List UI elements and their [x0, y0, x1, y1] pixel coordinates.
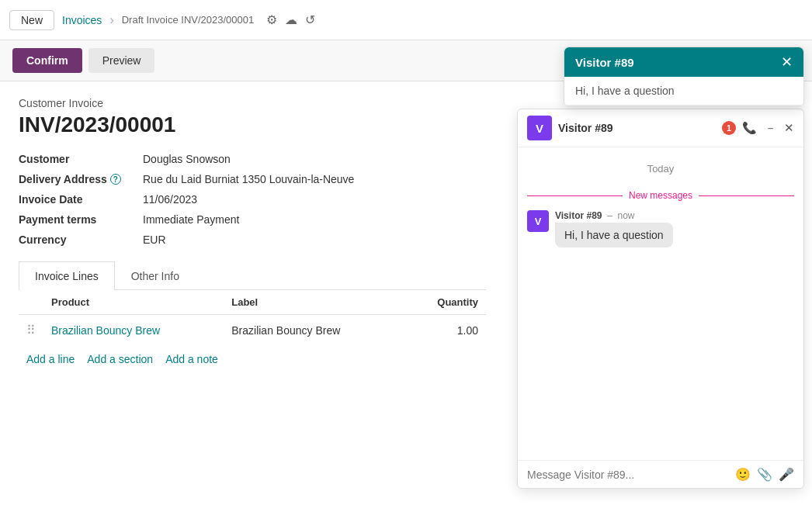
- col-drag: [19, 290, 43, 315]
- chat-window: V Visitor #89 1 📞 － ✕ Today New messages…: [517, 109, 804, 489]
- invoice-number: INV/2023/00001: [19, 112, 486, 137]
- delivery-address-label: Delivery Address ?: [19, 173, 143, 185]
- message-avatar: V: [527, 210, 549, 232]
- quantity-cell: 1.00: [404, 315, 486, 346]
- col-quantity: Quantity: [404, 290, 486, 315]
- new-messages-line-left: [527, 195, 623, 196]
- chat-popup: Visitor #89 ✕ Hi, I have a question: [564, 47, 804, 106]
- breadcrumb-separator: ›: [109, 13, 113, 27]
- phone-icon[interactable]: 📞: [742, 121, 757, 135]
- chat-input-area: 🙂 📎 🎤: [518, 460, 803, 488]
- chat-header-icons: 📞 － ✕: [742, 121, 794, 136]
- new-messages-label: New messages: [629, 190, 692, 201]
- add-note-link[interactable]: Add a note: [165, 353, 218, 365]
- preview-button[interactable]: Preview: [88, 48, 155, 73]
- chat-visitor-name: Visitor #89: [558, 122, 716, 134]
- chat-messages: Today New messages V Visitor #89 – now H…: [518, 147, 803, 460]
- visitor-avatar: V: [527, 116, 552, 140]
- settings-icon[interactable]: ⚙: [266, 12, 277, 27]
- customer-field: Customer Douglas Snowson: [19, 153, 486, 165]
- chat-popup-close-icon[interactable]: ✕: [781, 55, 793, 69]
- label-cell: Brazilian Bouncy Brew: [224, 315, 404, 346]
- tab-other-info[interactable]: Other Info: [115, 261, 196, 290]
- minimize-icon[interactable]: －: [765, 121, 776, 136]
- chat-date-divider: Today: [527, 163, 794, 175]
- payment-terms-label: Payment terms: [19, 213, 143, 226]
- chat-message-row: V Visitor #89 – now Hi, I have a questio…: [527, 210, 794, 247]
- top-bar: New Invoices › Draft Invoice INV/2023/00…: [0, 0, 812, 40]
- payment-terms-value[interactable]: Immediate Payment: [143, 213, 240, 226]
- attachment-icon[interactable]: 📎: [757, 467, 772, 482]
- col-label: Label: [224, 290, 404, 315]
- invoice-table: Product Label Quantity ⠿ Brazilian Bounc…: [19, 290, 486, 345]
- breadcrumb-invoices-link[interactable]: Invoices: [62, 14, 102, 26]
- chat-popup-preview: Hi, I have a question: [564, 77, 803, 105]
- invoice-date-value[interactable]: 11/06/2023: [143, 193, 197, 206]
- voice-icon[interactable]: 🎤: [779, 467, 794, 482]
- chat-popup-title: Visitor #89: [575, 56, 634, 69]
- delivery-address-value[interactable]: Rue du Laid Burniat 1350 Louvain-la-Neuv…: [143, 173, 354, 185]
- new-button[interactable]: New: [9, 10, 54, 30]
- invoice-content: Customer Invoice INV/2023/00001 Customer…: [0, 81, 505, 389]
- tab-invoice-lines[interactable]: Invoice Lines: [19, 261, 115, 290]
- help-icon[interactable]: ?: [110, 174, 121, 185]
- chat-badge: 1: [722, 121, 736, 135]
- message-bubble: Hi, I have a question: [555, 223, 673, 247]
- currency-label: Currency: [19, 233, 143, 246]
- message-time: now: [618, 210, 635, 221]
- currency-field: Currency EUR: [19, 233, 486, 246]
- product-link[interactable]: Brazilian Bouncy Brew: [51, 324, 160, 337]
- currency-value[interactable]: EUR: [143, 233, 166, 246]
- invoice-date-field: Invoice Date 11/06/2023: [19, 193, 486, 206]
- breadcrumb-current: Draft Invoice INV/2023/00001: [122, 14, 255, 26]
- message-content: Visitor #89 – now Hi, I have a question: [555, 210, 673, 247]
- col-product: Product: [43, 290, 224, 315]
- customer-value[interactable]: Douglas Snowson: [143, 153, 231, 165]
- close-chat-icon[interactable]: ✕: [784, 121, 794, 135]
- chat-popup-header: Visitor #89 ✕: [564, 47, 803, 77]
- emoji-icon[interactable]: 🙂: [735, 467, 751, 482]
- upload-icon[interactable]: ☁: [285, 12, 297, 27]
- invoice-tabs: Invoice Lines Other Info: [19, 261, 486, 290]
- chat-window-header: V Visitor #89 1 📞 － ✕: [518, 109, 803, 147]
- customer-label: Customer: [19, 153, 143, 165]
- table-actions: Add a line Add a section Add a note: [19, 345, 486, 373]
- invoice-type: Customer Invoice: [19, 97, 486, 109]
- chat-input-icons: 🙂 📎 🎤: [735, 467, 794, 482]
- message-sender: Visitor #89: [555, 210, 602, 221]
- message-meta: Visitor #89 – now: [555, 210, 673, 221]
- payment-terms-field: Payment terms Immediate Payment: [19, 213, 486, 226]
- add-section-link[interactable]: Add a section: [87, 353, 153, 365]
- chat-input[interactable]: [527, 469, 729, 481]
- confirm-button[interactable]: Confirm: [12, 48, 82, 73]
- reset-icon[interactable]: ↺: [305, 12, 315, 27]
- new-messages-line-right: [699, 195, 794, 196]
- drag-handle-icon[interactable]: ⠿: [26, 323, 36, 337]
- add-line-link[interactable]: Add a line: [26, 353, 75, 365]
- invoice-date-label: Invoice Date: [19, 193, 143, 206]
- delivery-address-field: Delivery Address ? Rue du Laid Burniat 1…: [19, 173, 486, 185]
- new-messages-divider: New messages: [527, 190, 794, 201]
- table-row: ⠿ Brazilian Bouncy Brew Brazilian Bouncy…: [19, 315, 486, 346]
- top-icons: ⚙ ☁ ↺: [266, 12, 315, 27]
